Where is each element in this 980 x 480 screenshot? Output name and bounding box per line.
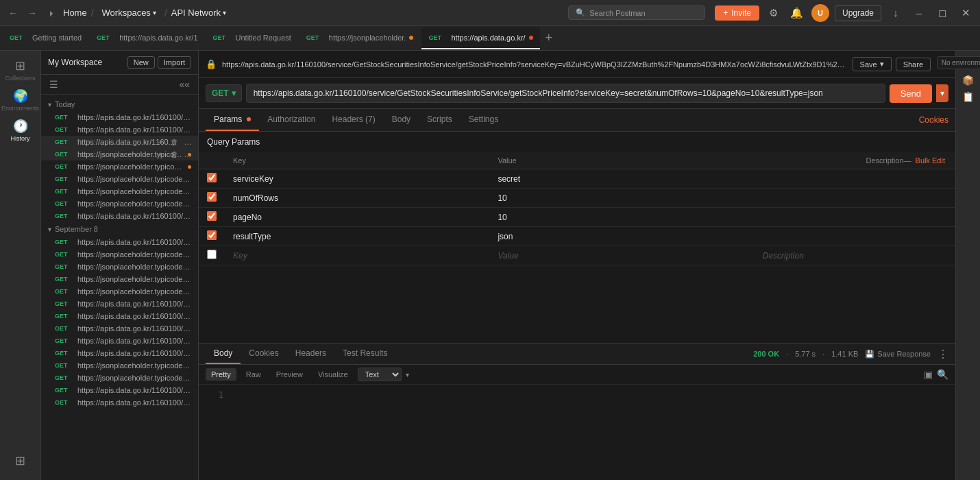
list-item[interactable]: GET https://jsonplaceholder.typicode.co.… bbox=[41, 285, 198, 298]
tab-jsonplaceholder[interactable]: GET https://jsonplaceholder. bbox=[299, 27, 421, 49]
param-check-new[interactable] bbox=[207, 250, 217, 259]
upgrade-button[interactable]: Upgrade bbox=[835, 5, 881, 21]
list-item[interactable]: GET https://jsonplaceholder.typicode.co.… bbox=[41, 197, 198, 210]
format-visualize-button[interactable]: Visualize bbox=[313, 368, 354, 381]
forward-icon[interactable]: → bbox=[25, 5, 40, 21]
list-item[interactable]: GET https://jsonplaceholder.typicode.co.… bbox=[41, 359, 198, 372]
new-tab-button[interactable]: + bbox=[541, 31, 557, 45]
tab-untitled-request[interactable]: GET Untitled Request bbox=[206, 27, 298, 49]
bell-icon[interactable]: 🔔 bbox=[788, 4, 806, 22]
format-pretty-button[interactable]: Pretty bbox=[206, 368, 236, 381]
list-item[interactable]: GET https://apis.data.go.kr/1160100/ser.… bbox=[41, 123, 198, 136]
list-item[interactable]: GET https://apis.data.go.kr/1160100/ser.… bbox=[41, 210, 198, 222]
tab-body[interactable]: Body bbox=[384, 109, 419, 131]
list-item[interactable]: GET https://jsonplaceholder.typicode.co.… bbox=[41, 372, 198, 384]
api-network-link[interactable]: API Network ▾ bbox=[171, 8, 226, 18]
bulk-edit-label[interactable]: Bulk Edit bbox=[914, 156, 947, 165]
delete-icon[interactable]: 🗑 bbox=[168, 136, 180, 148]
add-icon[interactable]: + bbox=[154, 136, 167, 148]
right-sidebar-icon-1[interactable]: 📦 bbox=[962, 75, 974, 86]
format-preview-button[interactable]: Preview bbox=[271, 368, 308, 381]
send-button[interactable]: Send bbox=[890, 84, 932, 103]
copy-icon[interactable]: ▣ bbox=[924, 369, 933, 380]
share-button[interactable]: Share bbox=[896, 58, 931, 71]
list-item[interactable]: GET https://apis.data.go.kr/1160100/ser.… bbox=[41, 111, 198, 123]
tab-headers[interactable]: Headers (7) bbox=[323, 109, 383, 131]
more-icon[interactable]: … bbox=[182, 148, 194, 160]
save-response-button[interactable]: 💾 Save Response bbox=[865, 350, 931, 359]
today-group-header[interactable]: ▾ Today bbox=[41, 97, 198, 111]
search-response-icon[interactable]: 🔍 bbox=[937, 369, 948, 380]
tab-params[interactable]: Params bbox=[206, 109, 259, 131]
list-item[interactable]: GET https://jsonplaceholder.typicode.co.… bbox=[41, 261, 198, 273]
cookies-link[interactable]: Cookies bbox=[919, 115, 948, 125]
more-icon[interactable]: … bbox=[182, 136, 194, 148]
resp-tab-body[interactable]: Body bbox=[206, 344, 241, 364]
filter-icon[interactable]: ☰ bbox=[48, 77, 60, 91]
avatar[interactable]: U bbox=[811, 4, 829, 22]
param-check-4[interactable] bbox=[207, 230, 217, 240]
response-size: 1.41 KB bbox=[831, 350, 858, 358]
param-check-1[interactable] bbox=[207, 173, 217, 182]
new-button[interactable]: New bbox=[127, 56, 155, 69]
tab-scripts[interactable]: Scripts bbox=[419, 109, 461, 131]
resp-tab-headers[interactable]: Headers bbox=[287, 344, 334, 364]
back-icon[interactable]: ← bbox=[5, 5, 21, 21]
tab-apis-data-active[interactable]: GET https://apis.data.go.kr/ bbox=[421, 27, 539, 49]
param-value-new[interactable]: Value bbox=[489, 246, 754, 265]
list-item[interactable]: GET https://apis.data.go.kr/1160100/ser.… bbox=[41, 384, 198, 396]
tab-settings[interactable]: Settings bbox=[461, 109, 506, 131]
resp-tab-test-results[interactable]: Test Results bbox=[334, 344, 395, 364]
list-item[interactable]: GET https://apis.data.go.kr/1160100/ser.… bbox=[41, 335, 198, 347]
nav-icon-3[interactable]: ⏵ bbox=[44, 5, 59, 21]
sidebar-icon-environments[interactable]: 🌍 Environments bbox=[7, 86, 34, 114]
sidebar-icon-collections[interactable]: ⊞ Collections bbox=[7, 56, 34, 84]
param-check-3[interactable] bbox=[207, 211, 217, 221]
list-item[interactable]: GET https://apis.data.go.kr/1160... + 🗑 … bbox=[41, 136, 198, 148]
tab-apis-data-1[interactable]: GET https://apis.data.go.kr/1 bbox=[90, 27, 204, 49]
send-caret-button[interactable]: ▾ bbox=[936, 84, 948, 102]
import-button[interactable]: Import bbox=[158, 56, 191, 69]
delete-icon[interactable]: 🗑 bbox=[168, 148, 180, 160]
settings-icon[interactable]: ⚙ bbox=[765, 4, 783, 22]
list-item[interactable]: GET https://apis.data.go.kr/1160100/ser.… bbox=[41, 298, 198, 310]
right-sidebar-icon-2[interactable]: 📋 bbox=[962, 91, 974, 102]
workspaces-dropdown[interactable]: Workspaces ▾ bbox=[98, 5, 160, 20]
environment-selector[interactable]: No environment ▾ bbox=[937, 56, 980, 69]
save-button[interactable]: Save ▾ bbox=[853, 57, 892, 71]
param-desc-new[interactable]: Description bbox=[755, 246, 955, 265]
list-item[interactable]: GET https://jsonplaceholder.typicode.co.… bbox=[41, 273, 198, 285]
home-link[interactable]: Home bbox=[63, 8, 87, 18]
search-bar[interactable]: 🔍 Search Postman bbox=[568, 5, 705, 20]
list-item[interactable]: GET https://apis.data.go.kr/1160100/ser.… bbox=[41, 396, 198, 409]
param-key-new[interactable]: Key bbox=[225, 246, 489, 265]
response-more-icon[interactable]: ⋮ bbox=[938, 348, 948, 361]
list-item[interactable]: GET https://jsonplaceholder.typicode.co.… bbox=[41, 148, 198, 160]
tab-authorization[interactable]: Authorization bbox=[259, 109, 323, 131]
list-item[interactable]: GET https://apis.data.go.kr/1160100/ser.… bbox=[41, 236, 198, 248]
close-icon[interactable]: ✕ bbox=[957, 4, 975, 22]
list-item[interactable]: GET https://apis.data.go.kr/1160100/ser.… bbox=[41, 310, 198, 322]
add-icon[interactable]: + bbox=[154, 148, 167, 160]
invite-button[interactable]: + Invite bbox=[715, 5, 759, 21]
list-item[interactable]: GET https://jsonplaceholder.typicode.co.… bbox=[41, 185, 198, 197]
list-item[interactable]: GET https://apis.data.go.kr/1160100/ser.… bbox=[41, 322, 198, 335]
method-select[interactable]: GET ▾ bbox=[206, 84, 242, 102]
list-item[interactable]: GET https://apis.data.go.kr/1160100/ser.… bbox=[41, 347, 198, 359]
minimize-icon[interactable]: – bbox=[910, 4, 928, 22]
list-item[interactable]: GET https://jsonplaceholder.typicode.co.… bbox=[41, 173, 198, 185]
september-group-header[interactable]: ▾ September 8 bbox=[41, 222, 198, 236]
sidebar-icon-history[interactable]: 🕐 History bbox=[7, 117, 34, 144]
request-url-input[interactable] bbox=[246, 84, 885, 103]
resp-tab-cookies[interactable]: Cookies bbox=[241, 344, 286, 364]
param-check-2[interactable] bbox=[207, 192, 217, 202]
expand-icon[interactable]: ↓ bbox=[887, 4, 905, 22]
text-format-select[interactable]: Text JSON XML bbox=[358, 368, 402, 381]
format-raw-button[interactable]: Raw bbox=[241, 368, 267, 381]
collapse-icon[interactable]: «« bbox=[177, 77, 191, 91]
tab-getting-started[interactable]: GET Getting started bbox=[3, 27, 88, 49]
list-item[interactable]: GET https://jsonplaceholder.typicode.co.… bbox=[41, 248, 198, 261]
sidebar-icon-apps[interactable]: ⊞ bbox=[7, 447, 34, 475]
list-item[interactable]: GET https://jsonplaceholder.typicode.co.… bbox=[41, 160, 198, 173]
restore-icon[interactable]: ◻ bbox=[933, 4, 951, 22]
